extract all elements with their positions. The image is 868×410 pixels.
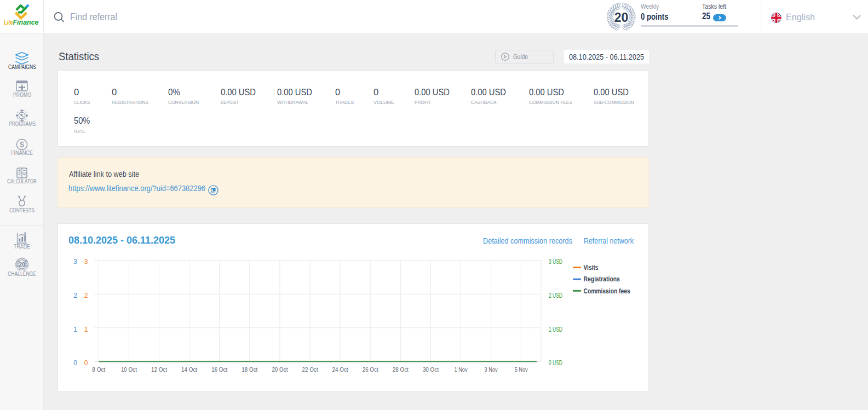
svg-text:3: 3 <box>84 258 88 265</box>
svg-text:30 Oct: 30 Oct <box>423 366 439 373</box>
svg-text:1: 1 <box>84 326 88 333</box>
svg-text:20 Oct: 20 Oct <box>272 366 288 373</box>
svg-text:Registrations: Registrations <box>584 275 620 283</box>
svg-text:18 Oct: 18 Oct <box>242 366 258 373</box>
svg-text:2 USD: 2 USD <box>549 292 562 299</box>
svg-text:1 Nov: 1 Nov <box>455 366 468 373</box>
svg-text:3: 3 <box>73 258 77 265</box>
svg-text:2: 2 <box>84 292 88 299</box>
svg-text:Finance: Finance <box>13 19 39 26</box>
svg-text:2: 2 <box>73 292 77 299</box>
svg-text:0: 0 <box>84 359 88 367</box>
svg-text:1: 1 <box>73 326 77 333</box>
svg-text:0 USD: 0 USD <box>549 359 562 367</box>
svg-text:Visits: Visits <box>584 264 599 272</box>
svg-text:16 Oct: 16 Oct <box>211 366 228 373</box>
svg-text:28 Oct: 28 Oct <box>393 366 409 373</box>
svg-text:24 Oct: 24 Oct <box>332 366 349 373</box>
svg-text:12 Oct: 12 Oct <box>151 366 168 373</box>
svg-text:$: $ <box>20 140 24 149</box>
svg-text:20: 20 <box>614 10 629 25</box>
svg-text:10 Oct: 10 Oct <box>121 366 137 373</box>
svg-text:1 USD: 1 USD <box>549 326 562 333</box>
svg-text:22 Oct: 22 Oct <box>302 366 319 373</box>
svg-text:20: 20 <box>19 261 25 268</box>
svg-text:3 USD: 3 USD <box>549 258 562 265</box>
svg-text:3 Nov: 3 Nov <box>485 366 498 373</box>
svg-text:14 Oct: 14 Oct <box>181 366 198 373</box>
svg-text:26 Oct: 26 Oct <box>363 366 379 373</box>
svg-text:Commission fees: Commission fees <box>584 287 630 295</box>
svg-text:0: 0 <box>73 359 77 367</box>
svg-text:8 Oct: 8 Oct <box>92 366 106 373</box>
svg-text:Lite: Lite <box>4 19 13 26</box>
svg-text:5 Nov: 5 Nov <box>515 366 528 373</box>
